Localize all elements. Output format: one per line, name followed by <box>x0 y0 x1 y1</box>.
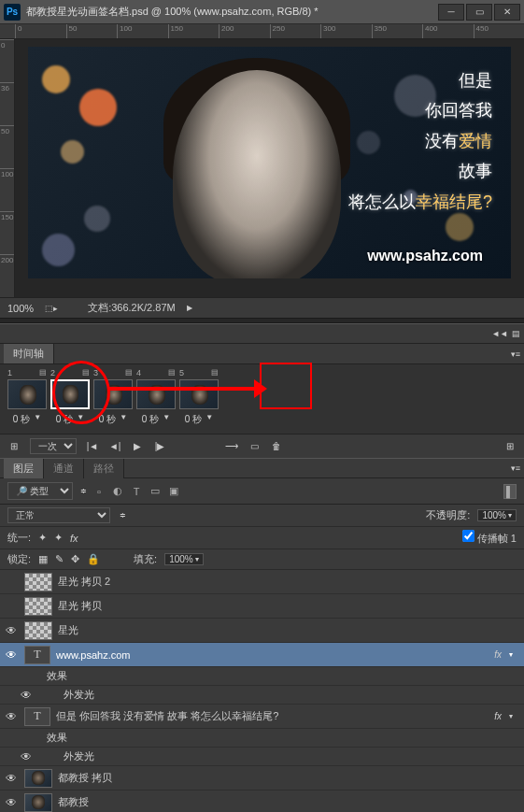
lock-transparency-icon[interactable]: ▦ <box>38 553 48 565</box>
timeline-options-icon[interactable]: ⊞ <box>7 441 21 451</box>
frame-4[interactable]: 4▤ 0 秒▼ <box>136 368 176 426</box>
title-bar: Ps 都教授星光动画签名档.psd @ 100% (www.psahz.com,… <box>0 0 524 24</box>
fx-toggle-icon[interactable]: ▾ <box>509 712 520 720</box>
layer-list: 星光 拷贝 2 星光 拷贝 👁 星光 👁 T www.psahz.com fx … <box>0 570 524 812</box>
tab-layers[interactable]: 图层 <box>4 459 44 478</box>
collapse-panel-icon[interactable]: ◄◄ <box>491 329 508 338</box>
timeline-controls: ⊞ 一次 |◄ ◄| ▶ |▶ ⟶ ▭ 🗑 ⊞ <box>0 434 524 458</box>
convert-timeline-icon[interactable]: ⊞ <box>503 441 517 451</box>
layer-row[interactable]: 👁 都教授 <box>0 791 524 812</box>
layers-panel-header: 图层 通道 路径 ▾≡ <box>0 458 524 478</box>
tab-paths[interactable]: 路径 <box>84 459 124 478</box>
first-frame-icon[interactable]: |◄ <box>86 441 99 451</box>
frame-5[interactable]: 5▤ 0 秒▼ <box>179 368 219 426</box>
visibility-icon[interactable]: 👁 <box>19 689 34 702</box>
next-frame-icon[interactable]: |▶ <box>153 441 166 451</box>
opacity-value[interactable]: 100% ▾ <box>477 509 517 521</box>
propagate-checkbox[interactable]: 传播帧 1 <box>462 530 517 546</box>
filter-text-icon[interactable]: T <box>130 486 143 497</box>
ruler-horizontal: 0 50 100 150 200 250 300 350 400 450 <box>0 24 524 39</box>
layer-row[interactable]: 👁 T 但是 你回答我 没有爱情 故事 将怎么以幸福结尾? fx ▾ <box>0 705 524 729</box>
maximize-button[interactable]: ▭ <box>466 4 492 21</box>
text-layer-icon: T <box>24 707 50 726</box>
lock-pixels-icon[interactable]: ✎ <box>55 553 64 565</box>
minimize-button[interactable]: ─ <box>438 4 464 21</box>
ruler-vertical: 0 36 50 100 150 200 <box>0 39 15 297</box>
tab-channels[interactable]: 通道 <box>44 459 84 478</box>
fill-value[interactable]: 100% ▾ <box>164 553 204 565</box>
app-icon: Ps <box>4 4 21 21</box>
timeline-menu-icon[interactable]: ▾≡ <box>511 349 520 359</box>
layer-effects-row[interactable]: 效果 <box>0 667 524 686</box>
filter-adjust-icon[interactable]: ◐ <box>111 485 124 497</box>
window-title: 都教授星光动画签名档.psd @ 100% (www.psahz.com, RG… <box>26 5 438 19</box>
unify-visibility-icon[interactable]: ✦ <box>54 532 63 544</box>
text-layer-icon: T <box>24 646 50 664</box>
tab-timeline[interactable]: 时间轴 <box>4 344 54 363</box>
layer-thumb <box>24 793 52 812</box>
annotation-rectangle <box>260 363 312 409</box>
close-button[interactable]: ✕ <box>494 4 520 21</box>
layer-effect-row[interactable]: 👁 外发光 <box>0 748 524 766</box>
layer-effects-row[interactable]: 效果 <box>0 729 524 748</box>
filter-shape-icon[interactable]: ▭ <box>149 485 162 497</box>
filter-image-icon[interactable]: ▫ <box>92 486 106 497</box>
frame-2[interactable]: 2▤ 0 秒▼ <box>50 368 90 426</box>
fx-badge: fx <box>494 649 502 660</box>
canvas-text: 但是 你回答我 没有爱情 故事 将怎么以幸福结尾? <box>348 65 492 217</box>
status-flyout[interactable]: ▶ <box>187 304 192 312</box>
fx-badge: fx <box>494 711 502 721</box>
unify-position-icon[interactable]: ✦ <box>38 532 47 544</box>
timeline-panel-header: ◄◄▤ <box>0 323 524 344</box>
layer-thumb <box>24 597 52 616</box>
visibility-icon[interactable]: 👁 <box>4 648 19 662</box>
visibility-icon[interactable]: 👁 <box>4 796 19 809</box>
loop-select[interactable]: 一次 <box>30 438 77 454</box>
visibility-icon[interactable]: 👁 <box>4 710 19 723</box>
layer-thumb <box>24 769 52 788</box>
layer-row[interactable]: 星光 拷贝 <box>0 594 524 619</box>
layer-row[interactable]: 👁 星光 <box>0 619 524 643</box>
watermark-text: www.psahz.com <box>367 248 483 264</box>
prev-frame-icon[interactable]: ◄| <box>108 441 121 451</box>
lock-all-icon[interactable]: 🔒 <box>87 553 100 565</box>
lock-position-icon[interactable]: ✥ <box>71 553 79 565</box>
visibility-icon[interactable]: 👁 <box>4 624 19 637</box>
layer-thumb <box>24 621 52 640</box>
visibility-icon[interactable]: 👁 <box>19 750 34 763</box>
delete-frame-icon[interactable]: 🗑 <box>270 441 283 451</box>
preview-icon[interactable]: ⬚▸ <box>45 304 58 313</box>
unify-style-icon[interactable]: fx <box>70 533 78 544</box>
visibility-icon[interactable]: 👁 <box>4 772 19 785</box>
frame-3[interactable]: 3▤ 0 秒▼ <box>93 368 133 426</box>
layers-menu-icon[interactable]: ▾≡ <box>511 463 520 473</box>
layer-row[interactable]: 星光 拷贝 2 <box>0 570 524 594</box>
panel-menu-icon[interactable]: ▤ <box>512 329 520 338</box>
play-icon[interactable]: ▶ <box>131 441 144 451</box>
zoom-level[interactable]: 100% <box>7 303 34 314</box>
annotation-arrow <box>108 387 258 391</box>
layer-row[interactable]: 👁 都教授 拷贝 <box>0 766 524 791</box>
filter-toggle-icon[interactable]: ▌ <box>503 484 517 499</box>
status-bar: 100% ⬚▸ 文档:366.2K/2.87M ▶ <box>0 297 524 318</box>
duplicate-frame-icon[interactable]: ▭ <box>248 441 261 451</box>
fx-toggle-icon[interactable]: ▾ <box>509 650 520 659</box>
layer-thumb <box>24 573 52 591</box>
filter-smart-icon[interactable]: ▣ <box>167 485 180 497</box>
blend-mode-select[interactable]: 正常 <box>7 507 110 523</box>
timeline-body: 1▤ 0 秒▼ 2▤ 0 秒▼ 3▤ 0 秒▼ 4▤ 0 秒▼ 5▤ 0 秒▼ <box>0 364 524 434</box>
document-canvas[interactable]: 但是 你回答我 没有爱情 故事 将怎么以幸福结尾? www.psahz.com <box>28 47 511 278</box>
layer-filter-select[interactable]: 🔎 类型 <box>7 482 73 500</box>
layer-row[interactable]: 👁 T www.psahz.com fx ▾ <box>0 643 524 667</box>
layer-effect-row[interactable]: 👁 外发光 <box>0 686 524 705</box>
tween-icon[interactable]: ⟶ <box>225 441 238 451</box>
canvas-area: 0 36 50 100 150 200 但是 你回答我 没有爱情 故事 将怎么以… <box>0 39 524 297</box>
frame-1[interactable]: 1▤ 0 秒▼ <box>7 368 47 426</box>
